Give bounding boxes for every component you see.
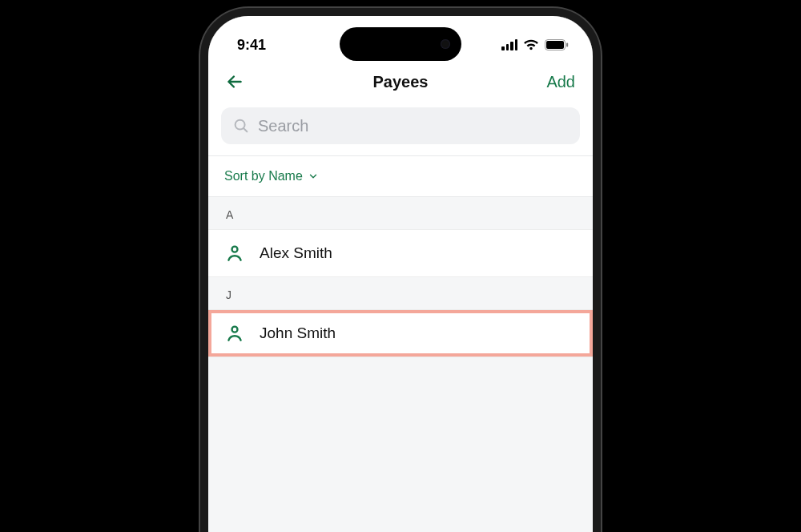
status-indicators	[501, 39, 569, 50]
phone-side-button	[200, 152, 202, 181]
add-button[interactable]: Add	[546, 73, 575, 91]
app-screen: 9:41	[208, 16, 593, 532]
search-container	[208, 101, 593, 155]
payee-name: John Smith	[260, 324, 336, 342]
phone-volume-down-button	[200, 272, 202, 328]
svg-rect-1	[546, 41, 564, 49]
sort-dropdown[interactable]: Sort by Name	[208, 156, 593, 197]
wifi-icon	[523, 39, 539, 50]
payee-list: A Alex SmithJ John Smith	[208, 197, 593, 357]
sort-label: Sort by Name	[224, 169, 303, 183]
svg-point-5	[232, 327, 238, 332]
phone-frame: 9:41	[200, 8, 601, 532]
cellular-signal-icon	[501, 39, 517, 50]
page-title: Payees	[373, 73, 429, 91]
nav-bar: Payees Add	[208, 62, 593, 101]
back-button[interactable]	[223, 70, 247, 94]
payee-name: Alex Smith	[260, 244, 332, 262]
svg-rect-2	[566, 43, 568, 47]
phone-volume-up-button	[200, 200, 202, 256]
dynamic-island	[340, 27, 461, 61]
person-icon	[224, 243, 245, 264]
empty-area	[208, 357, 593, 532]
svg-point-4	[232, 247, 238, 252]
phone-power-button	[599, 216, 601, 304]
arrow-left-icon	[224, 71, 245, 92]
payee-row[interactable]: Alex Smith	[208, 230, 593, 277]
section-header: J	[208, 277, 593, 310]
chevron-down-icon	[308, 171, 319, 182]
payee-row[interactable]: John Smith	[208, 310, 593, 357]
search-field[interactable]	[221, 107, 580, 144]
status-time: 9:41	[237, 37, 266, 54]
section-header: A	[208, 197, 593, 230]
person-icon	[224, 323, 245, 344]
search-input[interactable]	[258, 117, 569, 135]
battery-icon	[545, 39, 569, 50]
search-icon	[232, 117, 250, 135]
